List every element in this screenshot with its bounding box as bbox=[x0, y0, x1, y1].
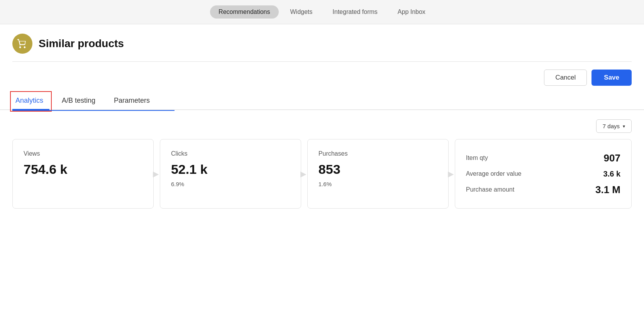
tab-recommendations[interactable]: Recommendations bbox=[210, 5, 278, 19]
tab-integrated-forms[interactable]: Integrated forms bbox=[324, 5, 386, 19]
avg-order-value: 3.6 k bbox=[603, 170, 620, 178]
views-card: Views 754.6 k bbox=[12, 139, 154, 209]
page-title: Similar products bbox=[39, 37, 124, 50]
sub-tabs-container: Analytics A/B testing Parameters bbox=[0, 93, 644, 110]
purchase-amount-value: 3.1 M bbox=[595, 184, 620, 196]
filter-bar: 7 days ▾ bbox=[0, 110, 644, 139]
purchase-amount-row: Purchase amount 3.1 M bbox=[466, 184, 620, 196]
tab-underline bbox=[12, 110, 175, 111]
cart-icon bbox=[17, 38, 28, 49]
views-value: 754.6 k bbox=[24, 162, 142, 177]
clicks-value: 52.1 k bbox=[171, 162, 290, 177]
tab-ab-testing[interactable]: A/B testing bbox=[59, 93, 102, 109]
cancel-button[interactable]: Cancel bbox=[544, 70, 587, 86]
avg-order-label: Average order value bbox=[466, 170, 522, 177]
tab-widgets[interactable]: Widgets bbox=[282, 5, 321, 19]
tab-analytics[interactable]: Analytics bbox=[12, 93, 49, 109]
purchases-label: Purchases bbox=[319, 150, 437, 157]
item-qty-value: 907 bbox=[604, 152, 620, 164]
tab-app-inbox[interactable]: App Inbox bbox=[389, 5, 434, 19]
action-bar: Cancel Save bbox=[0, 62, 644, 93]
views-label: Views bbox=[24, 150, 142, 157]
clicks-sub: 6.9% bbox=[171, 181, 290, 187]
page-header: Similar products bbox=[0, 24, 644, 54]
chevron-down-icon: ▾ bbox=[623, 124, 625, 129]
save-button[interactable]: Save bbox=[591, 70, 632, 86]
item-qty-label: Item qty bbox=[466, 155, 488, 161]
purchases-sub: 1.6% bbox=[319, 181, 437, 187]
date-filter-label: 7 days bbox=[603, 123, 620, 129]
tab-parameters[interactable]: Parameters bbox=[111, 93, 156, 109]
clicks-label: Clicks bbox=[171, 150, 290, 157]
item-stats-card: Item qty 907 Average order value 3.6 k P… bbox=[455, 139, 632, 209]
item-stats: Item qty 907 Average order value 3.6 k P… bbox=[466, 150, 620, 197]
avg-order-row: Average order value 3.6 k bbox=[466, 170, 620, 178]
stats-row: Views 754.6 k Clicks 52.1 k 6.9% Purchas… bbox=[0, 139, 644, 221]
sub-tabs: Analytics A/B testing Parameters bbox=[0, 93, 644, 110]
main-content: Similar products Cancel Save Analytics A… bbox=[0, 24, 644, 326]
date-filter-dropdown[interactable]: 7 days ▾ bbox=[596, 119, 632, 133]
purchases-card: Purchases 853 1.6% bbox=[307, 139, 449, 209]
purchases-value: 853 bbox=[319, 162, 437, 177]
item-qty-row: Item qty 907 bbox=[466, 152, 620, 164]
purchase-amount-label: Purchase amount bbox=[466, 186, 514, 193]
page-icon bbox=[12, 34, 32, 54]
clicks-card: Clicks 52.1 k 6.9% bbox=[160, 139, 301, 209]
top-navigation: Recommendations Widgets Integrated forms… bbox=[0, 0, 644, 24]
